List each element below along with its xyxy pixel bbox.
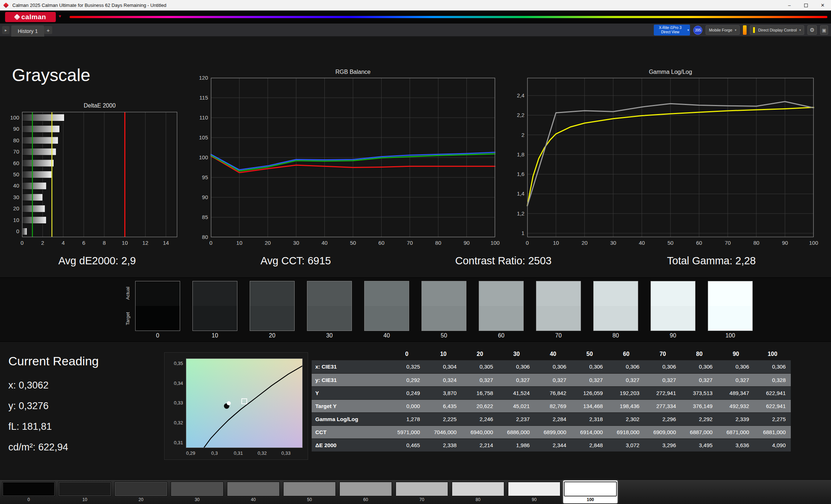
logo-menu-caret-icon[interactable]: ▾ [59, 13, 61, 19]
grayscale-swatch-30 [307, 281, 352, 331]
table-cell: 0,306 [498, 360, 535, 373]
x-axis-tick-label: 0,33 [279, 450, 293, 456]
y-axis-tick-label: 20 [3, 205, 19, 211]
table-cell: 2,275 [754, 412, 791, 425]
y-axis-tick-label: 40 [3, 182, 19, 189]
tab-bar: ▸ History 1 + X-Rite i1Pro 3 Direct View… [0, 24, 831, 37]
grayscale-swatch-80 [593, 281, 638, 331]
row-label: Target Y [312, 399, 389, 412]
column-header: 80 [681, 348, 718, 360]
table-cell: 0,327 [498, 373, 535, 386]
source-color-stripe [743, 25, 747, 35]
swatch-actual [708, 281, 752, 306]
minimize-button[interactable]: – [781, 0, 798, 10]
table-cell: 6,435 [425, 399, 462, 412]
column-header: 0 [389, 348, 425, 360]
meter-dropdown-icon: ▾ [687, 28, 689, 32]
swatch-label: 60 [479, 332, 524, 339]
column-header: 70 [644, 348, 681, 360]
level-button-0[interactable]: 0 [1, 480, 56, 503]
add-tab-button[interactable]: + [44, 26, 52, 34]
reading-cdm2: cd/m²: 622,94 [8, 442, 157, 453]
meter-selector-button[interactable]: X-Rite i1Pro 3 Direct View ▾ [654, 25, 690, 35]
maximize-button[interactable] [798, 0, 814, 10]
level-button-10[interactable]: 10 [58, 480, 112, 503]
swatch-target [422, 306, 466, 331]
contrast-ratio-readout: Contrast Ratio: 2503 [431, 255, 576, 267]
table-cell: 3,495 [681, 438, 718, 452]
meter-line2: Direct View [659, 30, 681, 35]
level-button-70[interactable]: 70 [395, 480, 449, 503]
swatch-target [651, 306, 695, 331]
display-control-dropdown-icon: ▾ [799, 28, 801, 32]
swatch-target [479, 306, 523, 331]
level-button-50[interactable]: 50 [282, 480, 337, 503]
table-cell: 272,941 [644, 386, 681, 399]
table-cell: 0,306 [754, 360, 791, 373]
table-cell: 7046,000 [425, 425, 462, 438]
level-swatch [171, 482, 224, 496]
rgb-balance-plot: 0102030405060708090100808590951001051101… [211, 78, 495, 237]
total-gamma-readout: Total Gamma: 2,28 [639, 255, 784, 267]
table-cell: 0,306 [718, 360, 754, 373]
row-label: ΔE 2000 [312, 438, 389, 452]
history-nav-button[interactable]: ▸ [2, 26, 9, 34]
table-cell: 2,318 [572, 412, 608, 425]
y-axis-tick-label: 1,8 [508, 151, 524, 158]
swatch-actual [651, 281, 695, 306]
display-control-stripe [753, 27, 755, 33]
table-cell: 373,513 [681, 386, 718, 399]
settings-gear-button[interactable]: ⚙ [807, 25, 817, 35]
table-cell: 2,225 [425, 412, 462, 425]
table-cell: 2,296 [644, 412, 681, 425]
table-header-row: 0102030405060708090100 [312, 348, 791, 360]
table-cell: 0,465 [389, 438, 425, 452]
table-cell: 192,203 [608, 386, 644, 399]
table-cell: 3,296 [644, 438, 681, 452]
y-axis-tick-label: 0,34 [167, 381, 183, 386]
grayscale-swatch-70 [536, 281, 581, 331]
y-axis-tick-label: 60 [3, 160, 19, 166]
y-axis-tick-label: 110 [192, 114, 208, 121]
actual-row-label: Actual [124, 281, 132, 306]
pattern-source-button[interactable]: Mobile Forge ▾ [706, 25, 740, 35]
table-cell: 0,325 [389, 360, 425, 373]
level-button-90[interactable]: 90 [507, 480, 561, 503]
window-titlebar: Calman 2025 Calman Ultimate for Business… [0, 0, 831, 10]
x-axis-tick-label: 40 [317, 240, 332, 246]
grayscale-swatch-90 [651, 281, 695, 331]
swatch-actual [594, 281, 638, 306]
table-cell: 622,941 [754, 386, 791, 399]
tab-history-1[interactable]: History 1 [11, 25, 44, 37]
swatch-actual [250, 281, 294, 306]
level-label: 10 [58, 497, 111, 502]
calman-logo[interactable]: calman [5, 12, 56, 22]
close-button[interactable]: ✕ [814, 0, 831, 10]
display-control-button[interactable]: Direct Display Control ▾ [750, 25, 804, 35]
table-cell: 0,327 [718, 373, 754, 386]
x-axis-tick-label: 10 [117, 240, 132, 246]
table-cell: 134,468 [572, 399, 608, 412]
swatch-actual [536, 281, 581, 306]
table-cell: 0,327 [535, 373, 572, 386]
level-button-20[interactable]: 20 [114, 480, 168, 503]
layout-grid-button[interactable]: ▣ [820, 25, 828, 35]
x-axis-tick-label: 70 [720, 240, 735, 246]
level-label: 70 [395, 497, 448, 502]
x-axis-tick-label: 100 [488, 240, 502, 246]
table-cell: 2,338 [425, 438, 462, 452]
table-cell: 0,327 [462, 373, 498, 386]
table-cell: 2,237 [498, 412, 535, 425]
x-axis-tick-label: 40 [635, 240, 649, 246]
level-button-100[interactable]: 100 [563, 480, 618, 503]
x-axis-tick-label: 80 [431, 240, 445, 246]
level-button-60[interactable]: 60 [338, 480, 393, 503]
table-cell: 45,021 [498, 399, 535, 412]
avg-cct-readout: Avg CCT: 6915 [223, 255, 368, 267]
table-cell: 6886,000 [498, 425, 535, 438]
level-button-40[interactable]: 40 [226, 480, 281, 503]
table-cell: 6871,000 [718, 425, 754, 438]
level-button-30[interactable]: 30 [170, 480, 224, 503]
level-swatch [2, 482, 55, 496]
level-button-80[interactable]: 80 [451, 480, 505, 503]
